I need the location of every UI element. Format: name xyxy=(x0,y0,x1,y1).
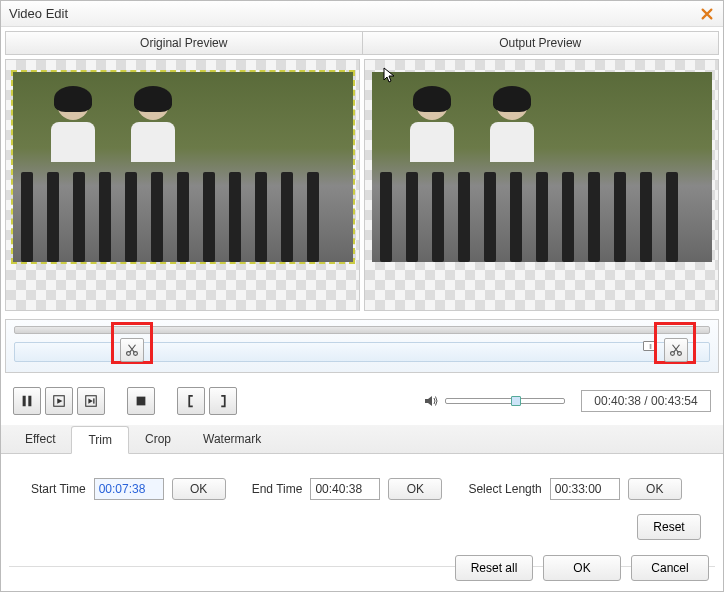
select-length-input[interactable] xyxy=(550,478,620,500)
time-display: 00:40:38 / 00:43:54 xyxy=(581,390,711,412)
ok-button[interactable]: OK xyxy=(543,555,621,581)
playback-controls: 00:40:38 / 00:43:54 xyxy=(1,377,723,425)
close-button[interactable] xyxy=(699,6,715,22)
svg-rect-5 xyxy=(28,396,31,407)
original-preview[interactable] xyxy=(5,59,360,311)
end-time-label: End Time xyxy=(252,482,303,496)
cancel-button[interactable]: Cancel xyxy=(631,555,709,581)
stop-icon xyxy=(134,394,148,408)
select-ok-button[interactable]: OK xyxy=(628,478,682,500)
preview-headers: Original Preview Output Preview xyxy=(5,31,719,55)
output-preview-header: Output Preview xyxy=(363,32,719,54)
video-edit-window: Video Edit Original Preview Output Previ… xyxy=(0,0,724,592)
select-length-label: Select Length xyxy=(468,482,541,496)
original-preview-header: Original Preview xyxy=(6,32,363,54)
volume-slider[interactable] xyxy=(445,398,565,404)
volume-control: 00:40:38 / 00:43:54 xyxy=(423,390,711,412)
output-preview[interactable] xyxy=(364,59,719,311)
trim-panel: Start Time OK End Time OK Select Length … xyxy=(1,454,723,552)
tab-watermark[interactable]: Watermark xyxy=(187,426,277,454)
volume-icon xyxy=(423,393,439,409)
close-icon xyxy=(700,7,714,21)
dialog-buttons: Reset all OK Cancel xyxy=(455,555,709,581)
svg-rect-4 xyxy=(23,396,26,407)
start-ok-button[interactable]: OK xyxy=(172,478,226,500)
bracket-left-icon xyxy=(184,394,198,408)
stop-button[interactable] xyxy=(127,387,155,415)
tab-bar: Effect Trim Crop Watermark xyxy=(1,425,723,454)
pause-icon xyxy=(20,394,34,408)
step-forward-icon xyxy=(84,394,98,408)
scissors-icon xyxy=(125,343,139,357)
svg-rect-9 xyxy=(137,397,146,406)
end-time-input[interactable] xyxy=(310,478,380,500)
bracket-start-button[interactable] xyxy=(177,387,205,415)
start-time-input[interactable] xyxy=(94,478,164,500)
titlebar: Video Edit xyxy=(1,1,723,27)
video-frame-output xyxy=(372,72,712,262)
trim-row: Start Time OK End Time OK Select Length … xyxy=(13,478,711,500)
preview-row xyxy=(1,55,723,315)
reset-button[interactable]: Reset xyxy=(637,514,701,540)
play-icon xyxy=(52,394,66,408)
video-frame-original xyxy=(13,72,353,262)
cut-end-button[interactable] xyxy=(664,338,688,362)
start-time-label: Start Time xyxy=(31,482,86,496)
window-title: Video Edit xyxy=(9,6,699,21)
svg-rect-8 xyxy=(93,398,94,403)
pause-button[interactable] xyxy=(13,387,41,415)
tab-trim[interactable]: Trim xyxy=(71,426,129,454)
play-button[interactable] xyxy=(45,387,73,415)
scissors-icon xyxy=(669,343,683,357)
bracket-end-button[interactable] xyxy=(209,387,237,415)
reset-all-button[interactable]: Reset all xyxy=(455,555,533,581)
bracket-right-icon xyxy=(216,394,230,408)
end-ok-button[interactable]: OK xyxy=(388,478,442,500)
timeline xyxy=(5,319,719,373)
tab-crop[interactable]: Crop xyxy=(129,426,187,454)
step-button[interactable] xyxy=(77,387,105,415)
tab-effect[interactable]: Effect xyxy=(9,426,71,454)
cut-start-button[interactable] xyxy=(120,338,144,362)
volume-thumb[interactable] xyxy=(511,396,521,406)
